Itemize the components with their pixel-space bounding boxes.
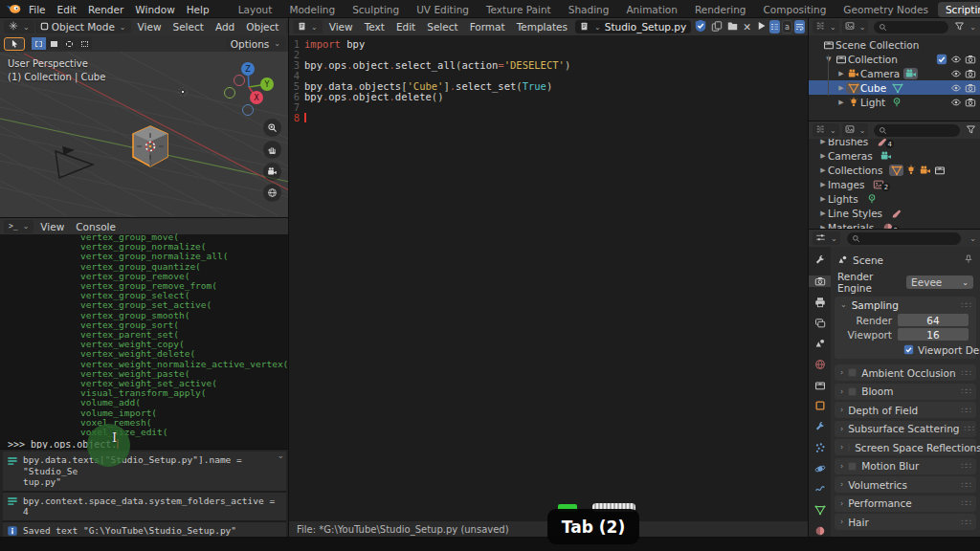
select-tweak-tool[interactable] [47, 37, 61, 50]
tweak-tool-button[interactable] [4, 37, 25, 51]
panel-grip[interactable]: ∷∷ [962, 406, 970, 415]
chevron-down-icon[interactable]: ⌄ [969, 234, 976, 243]
properties-tab-scene[interactable] [809, 338, 831, 350]
properties-tab-particles[interactable] [809, 441, 831, 453]
outliner-row-collection[interactable]: ▼Collection [809, 52, 980, 66]
menu-viewport-view[interactable]: View [132, 20, 167, 33]
hide-viewport-eye-icon[interactable] [948, 54, 963, 65]
disable-render-camera-icon[interactable] [963, 82, 977, 94]
display-mode-selector[interactable]: ⌄ [842, 20, 869, 33]
properties-tab-world[interactable] [809, 359, 831, 371]
breadcrumb-scene[interactable]: Scene [853, 254, 883, 266]
menu-topbar-render[interactable]: Render [82, 3, 129, 16]
panel-motion-blur[interactable]: ›Motion Blur∷∷ [835, 458, 976, 474]
expander-icon[interactable]: ▶ [836, 99, 846, 106]
properties-tab-physics[interactable] [809, 462, 831, 474]
menu-text-select[interactable]: Select [421, 20, 463, 33]
select-lasso-tool[interactable] [78, 37, 92, 50]
panel-grip[interactable]: ∷∷ [962, 368, 970, 378]
outliner-search-input[interactable] [874, 124, 960, 137]
menu-topbar-edit[interactable]: Edit [52, 3, 82, 16]
navigation-gizmo[interactable]: Z Y X [222, 59, 278, 119]
blendfile-row-collections[interactable]: ▶Collections [809, 163, 980, 177]
workspace-tab-compositing[interactable]: Compositing [756, 2, 835, 17]
select-circle-tool[interactable] [62, 37, 77, 50]
panel-depth-of-field[interactable]: ›Depth of Field∷∷ [835, 402, 976, 418]
select-box-tool[interactable] [32, 37, 46, 50]
expander-icon[interactable]: ▶ [818, 181, 828, 188]
outliner-row-scene-collection[interactable]: Scene Collection [809, 37, 980, 52]
menu-text-format[interactable]: Format [464, 20, 511, 33]
menu-text-templates[interactable]: Templates [511, 20, 573, 33]
syntax-highlight-toggle[interactable]: a [782, 20, 792, 33]
menu-console-view[interactable]: View [34, 220, 70, 233]
menu-text-edit[interactable]: Edit [390, 20, 421, 33]
menu-topbar-help[interactable]: Help [181, 3, 215, 16]
workspace-tab-uv-editing[interactable]: UV Editing [409, 2, 477, 17]
camera-view-icon[interactable] [263, 163, 281, 181]
blendfile-row-images[interactable]: ▶Images2 [809, 177, 980, 191]
menu-text-view[interactable]: View [323, 20, 359, 33]
checkbox-checked-icon[interactable] [934, 54, 948, 65]
info-log-row[interactable]: bpy.data.texts["Studio_Setup.py"].name =… [3, 452, 286, 493]
outliner-row-cube[interactable]: ▶Cube [809, 80, 980, 95]
workspace-tab-shading[interactable]: Shading [561, 2, 617, 17]
properties-tab-constraints[interactable] [809, 483, 831, 496]
unlink-icon[interactable]: ✕ [743, 21, 751, 33]
info-log-row[interactable]: Saved text "G:\YouTube\Studio_Setup.py" [3, 522, 286, 538]
blendfile-row-lights[interactable]: ▶Lights [809, 191, 980, 206]
expander-icon[interactable]: ▼ [824, 55, 834, 63]
expander-icon[interactable]: ▶ [818, 166, 828, 174]
info-log-row[interactable]: bpy.context.space_data.system_folders_ac… [3, 493, 286, 522]
properties-tab-collection[interactable] [809, 379, 831, 391]
workspace-tab-modeling[interactable]: Modeling [281, 2, 343, 17]
properties-tab-modifiers[interactable] [809, 421, 831, 433]
expander-icon[interactable]: ▶ [818, 139, 828, 145]
viewport-canvas[interactable]: User Perspective (1) Collection | Cube Z… [0, 52, 289, 218]
outliner-search-input[interactable] [874, 21, 948, 33]
checkbox-unchecked[interactable] [848, 462, 857, 471]
mode-selector[interactable]: Object Mode⌄ [35, 20, 131, 33]
disable-render-camera-icon[interactable] [963, 97, 977, 108]
line-numbers-toggle[interactable] [769, 20, 780, 33]
editor-type-console[interactable]: >_⌄ [4, 220, 33, 233]
panel-grip[interactable]: ∷∷ [962, 480, 970, 490]
expander-icon[interactable]: ▶ [818, 152, 828, 160]
hide-viewport-eye-icon[interactable] [948, 82, 963, 94]
outliner-row-light[interactable]: ▶Light [809, 95, 980, 109]
properties-tab-render[interactable] [809, 276, 831, 288]
checkbox-unchecked[interactable] [848, 368, 857, 377]
render-engine-select[interactable]: Eevee⌄ [906, 276, 973, 289]
menu-viewport-add[interactable]: Add [210, 20, 240, 33]
panel-screen-space-reflections[interactable]: ›Screen Space Reflections∷∷ [835, 439, 976, 455]
chevron-down-icon[interactable]: ⌄ [277, 451, 284, 460]
blender-logo-icon[interactable] [6, 2, 21, 16]
perspective-toggle-icon[interactable] [263, 184, 281, 202]
menu-text-text[interactable]: Text [359, 20, 390, 33]
panel-grip[interactable]: ∷∷ [962, 386, 970, 396]
checkbox-unchecked[interactable] [848, 387, 857, 396]
editor-type-outliner[interactable]: ⌄ [813, 123, 839, 137]
console-prompt[interactable]: >>> bpy.ops.object. [0, 439, 289, 450]
panel-bloom[interactable]: ›Bloom∷∷ [835, 384, 976, 400]
properties-search-input[interactable] [847, 232, 962, 245]
panel-performance[interactable]: ›Performance∷∷ [835, 496, 976, 512]
checkbox-checked-icon[interactable] [903, 344, 914, 357]
word-wrap-toggle[interactable] [794, 20, 805, 33]
workspace-tab-sculpting[interactable]: Sculpting [345, 2, 407, 17]
panel-grip[interactable]: ∷∷ [962, 498, 970, 508]
display-mode-selector[interactable]: ⌄ [842, 123, 869, 137]
properties-tab-object[interactable] [809, 400, 831, 412]
properties-tab-tool[interactable] [809, 254, 831, 267]
panel-hair[interactable]: ›Hair∷∷ [835, 514, 976, 530]
checkbox-unchecked[interactable] [848, 443, 850, 452]
expander-icon[interactable]: ▶ [818, 209, 828, 217]
hide-viewport-eye-icon[interactable] [948, 68, 963, 79]
sampling-panel-header[interactable]: ⌄Sampling∷∷ [835, 297, 976, 313]
editor-type-properties[interactable]: ⌄ [813, 231, 840, 245]
blendfile-row-line-styles[interactable]: ▶Line Styles [809, 206, 980, 220]
filter-funnel-icon[interactable] [954, 21, 965, 33]
panel-grip[interactable]: ∷∷ [964, 424, 972, 433]
workspace-tab-rendering[interactable]: Rendering [687, 2, 754, 17]
render-samples-field[interactable]: 64 [898, 314, 969, 326]
